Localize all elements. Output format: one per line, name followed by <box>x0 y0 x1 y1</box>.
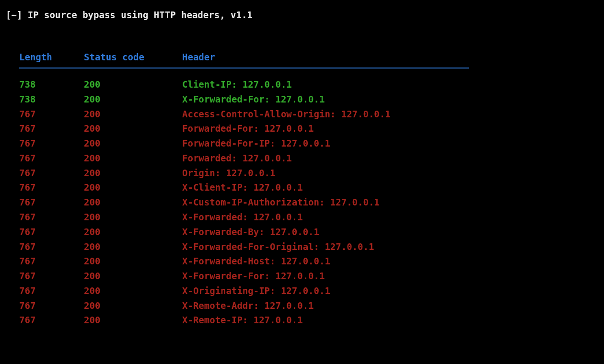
cell-length: 767 <box>19 121 84 136</box>
cell-header: X-Forwarded: 127.0.0.1 <box>182 210 303 225</box>
cell-header: Forwarded: 127.0.0.1 <box>182 151 292 166</box>
cell-header: X-Forwarded-Host: 127.0.0.1 <box>182 254 330 269</box>
col-header-length: Length <box>19 51 84 64</box>
cell-length: 767 <box>19 313 84 328</box>
table-row: 767200X-Forwarded-For-Original: 127.0.0.… <box>19 239 598 254</box>
table-row: 767200Forwarded-For-IP: 127.0.0.1 <box>19 136 598 151</box>
cell-status: 200 <box>84 225 182 239</box>
cell-header: Client-IP: 127.0.0.1 <box>182 77 292 92</box>
table-row: 767200X-Remote-IP: 127.0.0.1 <box>19 313 598 328</box>
col-header-header: Header <box>182 51 215 64</box>
cell-length: 738 <box>19 92 84 107</box>
cell-status: 200 <box>84 77 182 92</box>
cell-status: 200 <box>84 313 182 328</box>
cell-header: X-Custom-IP-Authorization: 127.0.0.1 <box>182 195 380 210</box>
cell-status: 200 <box>84 284 182 298</box>
cell-status: 200 <box>84 107 182 122</box>
cell-status: 200 <box>84 254 182 269</box>
cell-header: X-Client-IP: 127.0.0.1 <box>182 180 303 195</box>
cell-status: 200 <box>84 121 182 136</box>
cell-header: X-Forwarded-For: 127.0.0.1 <box>182 92 325 107</box>
table-row: 767200X-Remote-Addr: 127.0.0.1 <box>19 298 598 313</box>
cell-length: 767 <box>19 239 84 254</box>
title-prefix: [~] <box>6 10 28 20</box>
table-row: 767200X-Forwarded-Host: 127.0.0.1 <box>19 254 598 269</box>
script-title: [~] IP source bypass using HTTP headers,… <box>6 9 598 22</box>
table-row: 738200X-Forwarded-For: 127.0.0.1 <box>19 92 598 107</box>
table-row: 767200Forwarded: 127.0.0.1 <box>19 151 598 166</box>
table-row: 767200X-Forwarded: 127.0.0.1 <box>19 210 598 225</box>
results-table: Length Status code Header 738200Client-I… <box>6 51 598 328</box>
table-row: 767200X-Custom-IP-Authorization: 127.0.0… <box>19 195 598 210</box>
cell-length: 767 <box>19 254 84 269</box>
cell-status: 200 <box>84 298 182 313</box>
table-row: 767200Access-Control-Allow-Origin: 127.0… <box>19 107 598 122</box>
cell-status: 200 <box>84 269 182 284</box>
cell-length: 767 <box>19 210 84 225</box>
cell-header: X-Forwarded-For-Original: 127.0.0.1 <box>182 239 374 254</box>
cell-length: 767 <box>19 225 84 239</box>
title-text: IP source bypass using HTTP headers, v1.… <box>28 10 253 20</box>
cell-length: 767 <box>19 166 84 181</box>
cell-length: 767 <box>19 151 84 166</box>
header-separator <box>19 68 469 68</box>
table-row: 767200X-Forwarded-By: 127.0.0.1 <box>19 225 598 239</box>
table-row: 767200X-Client-IP: 127.0.0.1 <box>19 180 598 195</box>
cell-status: 200 <box>84 210 182 225</box>
cell-status: 200 <box>84 166 182 181</box>
table-row: 767200Forwarded-For: 127.0.0.1 <box>19 121 598 136</box>
cell-status: 200 <box>84 195 182 210</box>
cell-header: X-Remote-IP: 127.0.0.1 <box>182 313 303 328</box>
cell-status: 200 <box>84 92 182 107</box>
cell-status: 200 <box>84 136 182 151</box>
cell-header: Forwarded-For-IP: 127.0.0.1 <box>182 136 330 151</box>
cell-header: X-Originating-IP: 127.0.0.1 <box>182 284 330 298</box>
cell-length: 767 <box>19 284 84 298</box>
col-header-status: Status code <box>84 51 182 64</box>
table-header-row: Length Status code Header <box>19 51 598 68</box>
table-row: 767200Origin: 127.0.0.1 <box>19 166 598 181</box>
cell-length: 767 <box>19 298 84 313</box>
table-body: 738200Client-IP: 127.0.0.1738200X-Forwar… <box>19 77 598 328</box>
table-row: 767200X-Originating-IP: 127.0.0.1 <box>19 284 598 298</box>
cell-length: 767 <box>19 136 84 151</box>
table-row: 767200X-Forwarder-For: 127.0.0.1 <box>19 269 598 284</box>
cell-length: 767 <box>19 269 84 284</box>
cell-header: X-Remote-Addr: 127.0.0.1 <box>182 298 314 313</box>
terminal-output: [~] IP source bypass using HTTP headers,… <box>0 0 604 328</box>
cell-length: 767 <box>19 195 84 210</box>
cell-header: Forwarded-For: 127.0.0.1 <box>182 121 314 136</box>
cell-header: Origin: 127.0.0.1 <box>182 166 275 181</box>
cell-length: 738 <box>19 77 84 92</box>
cell-header: Access-Control-Allow-Origin: 127.0.0.1 <box>182 107 391 122</box>
cell-length: 767 <box>19 180 84 195</box>
cell-status: 200 <box>84 151 182 166</box>
cell-status: 200 <box>84 239 182 254</box>
cell-length: 767 <box>19 107 84 122</box>
cell-header: X-Forwarder-For: 127.0.0.1 <box>182 269 325 284</box>
cell-status: 200 <box>84 180 182 195</box>
table-row: 738200Client-IP: 127.0.0.1 <box>19 77 598 92</box>
cell-header: X-Forwarded-By: 127.0.0.1 <box>182 225 319 239</box>
